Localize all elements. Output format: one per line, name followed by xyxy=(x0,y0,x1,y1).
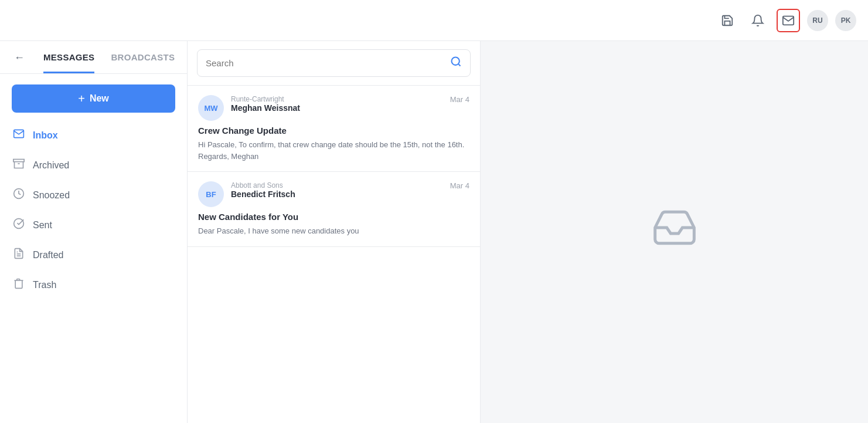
message-company: Abbott and Sons xyxy=(231,181,443,189)
inbox-label: Inbox xyxy=(33,130,58,141)
new-button-label: New xyxy=(90,93,109,104)
bell-icon-button[interactable] xyxy=(746,9,770,32)
svg-point-6 xyxy=(452,57,459,65)
sidebar-item-trash[interactable]: Trash xyxy=(5,270,182,299)
sidebar: ← MESSAGES BROADCASTS + New Inbox xyxy=(0,41,188,423)
message-meta: Runte-Cartwright Meghan Weissnat xyxy=(231,95,443,113)
inbox-placeholder-icon xyxy=(651,204,698,260)
search-input[interactable] xyxy=(206,58,444,68)
message-sender: Meghan Weissnat xyxy=(231,103,443,113)
svg-rect-0 xyxy=(13,160,24,162)
back-button[interactable]: ← xyxy=(12,52,27,64)
search-bar xyxy=(188,41,480,86)
mail-icon-button[interactable] xyxy=(777,9,800,32)
message-company: Runte-Cartwright xyxy=(231,95,443,103)
snoozed-label: Snoozed xyxy=(33,190,70,201)
svg-point-3 xyxy=(14,219,24,229)
top-navigation: RU PK xyxy=(0,0,868,41)
message-sender: Benedict Fritsch xyxy=(231,189,443,199)
sent-icon xyxy=(13,218,25,232)
tab-messages[interactable]: MESSAGES xyxy=(43,52,94,73)
sent-label: Sent xyxy=(33,220,52,231)
message-date: Mar 4 xyxy=(450,95,469,104)
tab-bar: ← MESSAGES BROADCASTS xyxy=(0,41,187,74)
message-date: Mar 4 xyxy=(450,181,469,190)
trash-icon xyxy=(13,278,25,292)
tab-broadcasts[interactable]: BROADCASTS xyxy=(111,52,175,73)
main-layout: ← MESSAGES BROADCASTS + New Inbox xyxy=(0,41,868,423)
avatar: BF xyxy=(198,181,224,207)
right-panel xyxy=(481,41,868,423)
avatar-pk[interactable]: PK xyxy=(835,10,856,31)
new-button[interactable]: + New xyxy=(12,84,175,113)
plus-icon: + xyxy=(78,92,85,106)
drafted-icon xyxy=(13,248,25,262)
archived-label: Archived xyxy=(33,160,69,171)
message-preview: Hi Pascale, To confirm, that crew change… xyxy=(198,139,469,162)
message-list: MW Runte-Cartwright Meghan Weissnat Mar … xyxy=(188,86,480,423)
avatar-ru[interactable]: RU xyxy=(807,10,828,31)
nav-items: Inbox Archived xyxy=(0,121,187,299)
avatar: MW xyxy=(198,95,224,121)
trash-label: Trash xyxy=(33,280,56,290)
archived-icon xyxy=(13,158,25,172)
message-item[interactable]: BF Abbott and Sons Benedict Fritsch Mar … xyxy=(188,172,480,247)
sidebar-item-sent[interactable]: Sent xyxy=(5,211,182,239)
message-header: MW Runte-Cartwright Meghan Weissnat Mar … xyxy=(198,95,469,121)
sidebar-item-archived[interactable]: Archived xyxy=(5,151,182,180)
message-header: BF Abbott and Sons Benedict Fritsch Mar … xyxy=(198,181,469,207)
message-item[interactable]: MW Runte-Cartwright Meghan Weissnat Mar … xyxy=(188,86,480,172)
message-subject: New Candidates for You xyxy=(198,212,469,222)
message-preview: Dear Pascale, I have some new candidates… xyxy=(198,225,469,237)
inbox-icon xyxy=(13,128,25,143)
search-input-wrap[interactable] xyxy=(197,49,471,77)
drafted-label: Drafted xyxy=(33,250,63,260)
snoozed-icon xyxy=(13,188,25,202)
sidebar-item-inbox[interactable]: Inbox xyxy=(5,121,182,150)
save-icon-button[interactable] xyxy=(716,9,739,32)
svg-line-7 xyxy=(458,64,461,66)
sidebar-item-drafted[interactable]: Drafted xyxy=(5,241,182,269)
message-subject: Crew Change Update xyxy=(198,126,469,136)
message-meta: Abbott and Sons Benedict Fritsch xyxy=(231,181,443,199)
message-list-panel: MW Runte-Cartwright Meghan Weissnat Mar … xyxy=(188,41,481,423)
search-icon xyxy=(450,56,462,70)
sidebar-item-snoozed[interactable]: Snoozed xyxy=(5,181,182,209)
